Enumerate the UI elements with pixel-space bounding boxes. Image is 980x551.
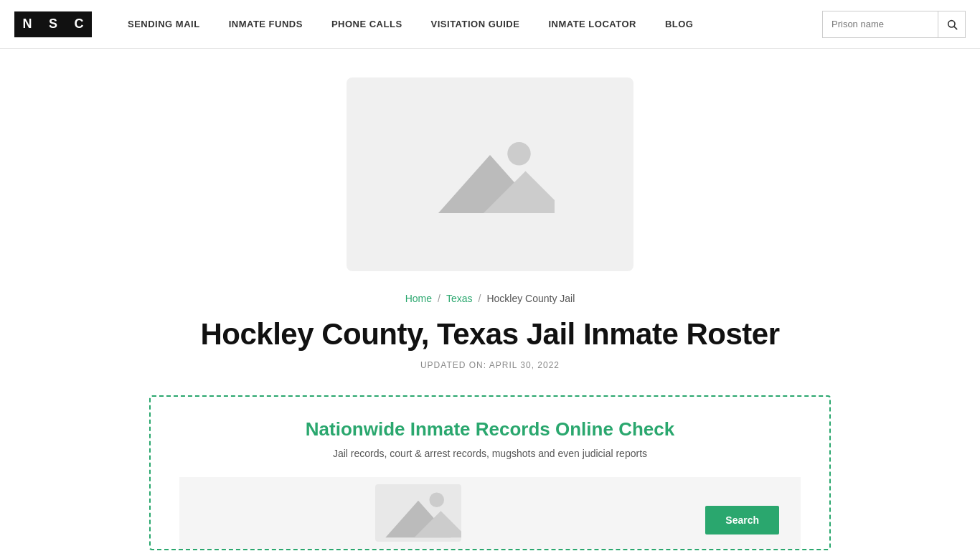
page-title: Hockley County, Texas Jail Inmate Roster bbox=[200, 317, 779, 352]
search-input[interactable] bbox=[823, 11, 938, 37]
main-content: Home / Texas / Hockley County Jail Hockl… bbox=[0, 49, 980, 550]
breadcrumb-state[interactable]: Texas bbox=[446, 293, 473, 304]
nav-visitation-guide[interactable]: VISITATION GUIDE bbox=[417, 0, 534, 49]
svg-point-5 bbox=[429, 492, 444, 507]
records-box-image-area: Search bbox=[179, 477, 801, 549]
breadcrumb-current: Hockley County Jail bbox=[486, 293, 575, 304]
records-box: Nationwide Inmate Records Online Check J… bbox=[149, 395, 831, 550]
svg-point-2 bbox=[507, 142, 530, 165]
site-header: N S C SENDING MAIL INMATE FUNDS PHONE CA… bbox=[0, 0, 980, 49]
nav-blog[interactable]: BLOG bbox=[651, 0, 708, 49]
search-icon bbox=[946, 19, 958, 30]
svg-point-0 bbox=[948, 20, 954, 27]
nav-inmate-funds[interactable]: INMATE FUNDS bbox=[215, 0, 317, 49]
logo-letter-n: N bbox=[14, 11, 40, 37]
records-box-placeholder bbox=[375, 484, 461, 542]
placeholder-image-icon bbox=[425, 128, 555, 221]
logo-letter-c: C bbox=[66, 11, 92, 37]
breadcrumb-separator-1: / bbox=[438, 293, 440, 304]
records-box-title: Nationwide Inmate Records Online Check bbox=[306, 418, 674, 441]
breadcrumb-separator-2: / bbox=[479, 293, 481, 304]
nav-sending-mail[interactable]: SENDING MAIL bbox=[113, 0, 215, 49]
search-button[interactable] bbox=[938, 11, 965, 37]
records-box-subtitle: Jail records, court & arrest records, mu… bbox=[333, 448, 647, 459]
search-bar bbox=[822, 11, 966, 38]
breadcrumb: Home / Texas / Hockley County Jail bbox=[405, 293, 575, 304]
records-search-button[interactable]: Search bbox=[705, 506, 779, 534]
updated-label: UPDATED ON: APRIL 30, 2022 bbox=[420, 360, 560, 370]
logo-letter-s: S bbox=[40, 11, 66, 37]
breadcrumb-home[interactable]: Home bbox=[405, 293, 432, 304]
site-logo[interactable]: N S C bbox=[14, 11, 92, 37]
nav-phone-calls[interactable]: PHONE CALLS bbox=[317, 0, 417, 49]
svg-line-1 bbox=[954, 27, 956, 29]
main-nav: SENDING MAIL INMATE FUNDS PHONE CALLS VI… bbox=[113, 0, 822, 49]
hero-image bbox=[347, 77, 633, 271]
nav-inmate-locator[interactable]: INMATE LOCATOR bbox=[534, 0, 651, 49]
records-placeholder-icon bbox=[375, 484, 461, 542]
